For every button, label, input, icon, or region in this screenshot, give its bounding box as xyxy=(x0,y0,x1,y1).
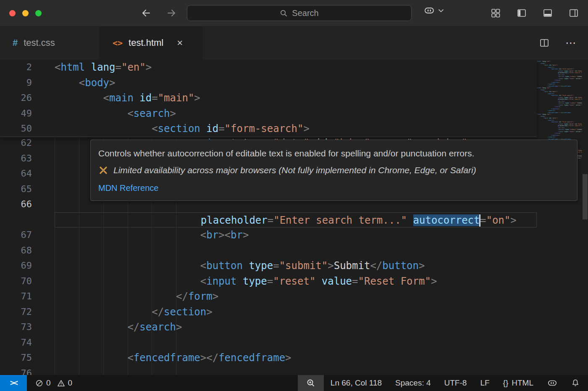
indentation-status[interactable]: Spaces: 4 xyxy=(388,375,438,391)
warning-count: 0 xyxy=(68,378,73,388)
line-number[interactable]: 66 xyxy=(0,197,32,212)
line-number[interactable]: 76 xyxy=(0,366,32,375)
braces-icon: {} xyxy=(503,378,509,388)
code-line-50[interactable]: 50 <section id="form-search"> xyxy=(0,121,537,137)
copilot-status[interactable] xyxy=(540,375,564,391)
tab-test-css[interactable]: # test.css xyxy=(0,26,100,60)
line-number[interactable]: 64 xyxy=(0,166,32,182)
line-content[interactable]: <section id="form-search"> xyxy=(55,121,537,137)
toggle-secondary-sidebar-button[interactable] xyxy=(567,6,580,20)
line-number[interactable]: 65 xyxy=(0,182,32,197)
line-number[interactable]: 69 xyxy=(0,258,32,274)
maximize-window-button[interactable] xyxy=(35,10,42,16)
line-content[interactable] xyxy=(55,335,537,351)
mdn-reference-link[interactable]: MDN Reference xyxy=(98,183,158,193)
line-content[interactable]: <br><br> xyxy=(55,227,537,243)
error-icon xyxy=(35,379,43,387)
line-content[interactable] xyxy=(55,366,537,375)
notifications-status[interactable] xyxy=(564,375,588,391)
command-center-search[interactable]: Search xyxy=(187,5,412,21)
line-number[interactable]: 72 xyxy=(0,304,32,320)
code-line-75[interactable]: 75 <fencedframe></fencedframe> xyxy=(0,350,537,366)
hover-availability: Limited availability across major browse… xyxy=(113,165,476,175)
close-window-button[interactable] xyxy=(9,10,16,16)
split-editor-button[interactable] xyxy=(539,38,549,48)
tab-test-html[interactable]: <> test.html × xyxy=(100,26,202,60)
forward-button[interactable] xyxy=(165,6,178,20)
line-content[interactable]: <html lang="en"> xyxy=(55,60,537,75)
code-line-2[interactable]: 2<html lang="en"> xyxy=(0,60,537,75)
code-line-74[interactable]: 74 xyxy=(0,335,537,351)
line-content[interactable]: <button type="submit">Submit</button> xyxy=(55,258,537,274)
arrow-left-icon xyxy=(141,8,151,18)
line-content[interactable]: <input type="reset" value="Reset Form"> xyxy=(55,274,537,289)
scrollbar-thumb[interactable] xyxy=(583,174,588,219)
minimap[interactable]: <html lang="en"> <body> <main id="main">… xyxy=(537,61,582,375)
line-number[interactable]: 26 xyxy=(0,90,32,106)
minimize-window-button[interactable] xyxy=(22,10,29,16)
close-tab-icon[interactable]: × xyxy=(177,38,183,48)
customize-layout-icon xyxy=(491,8,501,18)
line-content[interactable]: placeholder="Enter search term..." autoc… xyxy=(55,212,537,228)
code-line-9[interactable]: 9 <body> xyxy=(0,75,537,91)
line-content[interactable]: <search> xyxy=(55,106,537,122)
baseline-limited-icon xyxy=(98,165,108,175)
code-line-73[interactable]: 73 </search> xyxy=(0,320,537,335)
html-file-icon: <> xyxy=(113,38,123,48)
line-content[interactable]: <main id="main"> xyxy=(55,90,537,106)
line-content[interactable]: </section> xyxy=(55,304,537,320)
sidebar-left-icon xyxy=(517,8,527,18)
error-count: 0 xyxy=(46,378,51,388)
line-number[interactable]: 9 xyxy=(0,75,32,91)
code-line-wrap[interactable]: placeholder="Enter search term..." autoc… xyxy=(0,212,537,228)
line-number[interactable]: 67 xyxy=(0,227,32,243)
copilot-menu[interactable] xyxy=(423,5,444,16)
code-line-67[interactable]: 67 <br><br> xyxy=(0,227,537,243)
line-content[interactable]: <fencedframe></fencedframe> xyxy=(55,350,537,366)
customize-layout-button[interactable] xyxy=(489,6,502,20)
encoding-status[interactable]: UTF-8 xyxy=(438,375,474,391)
statusbar: >< 0 0 xyxy=(0,375,588,391)
problems-status[interactable]: 0 0 xyxy=(27,378,72,388)
toggle-panel-button[interactable] xyxy=(541,6,554,20)
cursor-position-status[interactable]: Ln 66, Col 118 xyxy=(324,375,388,391)
line-content[interactable] xyxy=(55,243,537,259)
arrow-right-icon xyxy=(166,8,176,18)
line-number[interactable]: 73 xyxy=(0,320,32,335)
line-number[interactable]: 70 xyxy=(0,274,32,289)
line-number[interactable]: 75 xyxy=(0,350,32,366)
code-line-76[interactable]: 76 xyxy=(0,366,537,375)
tabbar: # test.css <> test.html × ⋯ xyxy=(0,26,588,60)
zoom-indicator[interactable] xyxy=(298,375,324,391)
eol-status[interactable]: LF xyxy=(473,375,496,391)
more-actions-icon[interactable]: ⋯ xyxy=(565,37,576,50)
line-number[interactable]: 63 xyxy=(0,151,32,166)
code-line-68[interactable]: 68 xyxy=(0,243,537,259)
code-line-70[interactable]: 70 <input type="reset" value="Reset Form… xyxy=(0,274,537,289)
remote-indicator[interactable]: >< xyxy=(0,375,27,391)
line-content[interactable]: <body> xyxy=(55,75,537,91)
code-line-49[interactable]: 49 <search> xyxy=(0,106,537,122)
line-number[interactable]: 2 xyxy=(0,60,32,75)
line-number[interactable]: 68 xyxy=(0,243,32,259)
chevron-down-icon xyxy=(438,7,444,14)
line-number[interactable]: 62 xyxy=(0,135,32,151)
toggle-primary-sidebar-button[interactable] xyxy=(515,6,528,20)
code-line-26[interactable]: 26 <main id="main"> xyxy=(0,90,537,106)
code-line-69[interactable]: 69 <button type="submit">Submit</button> xyxy=(0,258,537,274)
line-number[interactable]: 74 xyxy=(0,335,32,351)
editor[interactable]: 62 <input type="date" id="bday" name="us… xyxy=(0,60,588,375)
line-content[interactable]: </form> xyxy=(55,289,537,304)
language-mode-status[interactable]: {} HTML xyxy=(496,375,540,391)
search-placeholder: Search xyxy=(292,8,318,18)
line-content[interactable]: </search> xyxy=(55,320,537,335)
code-line-72[interactable]: 72 </section> xyxy=(0,304,537,320)
line-number[interactable]: 50 xyxy=(0,121,32,137)
line-number[interactable]: 71 xyxy=(0,289,32,304)
back-button[interactable] xyxy=(139,6,153,20)
line-number[interactable] xyxy=(0,212,32,228)
code-line-71[interactable]: 71 </form> xyxy=(0,289,537,304)
sticky-scroll[interactable]: 2<html lang="en">9 <body>26 <main id="ma… xyxy=(0,60,537,137)
traffic-lights xyxy=(9,10,42,16)
line-number[interactable]: 49 xyxy=(0,106,32,122)
